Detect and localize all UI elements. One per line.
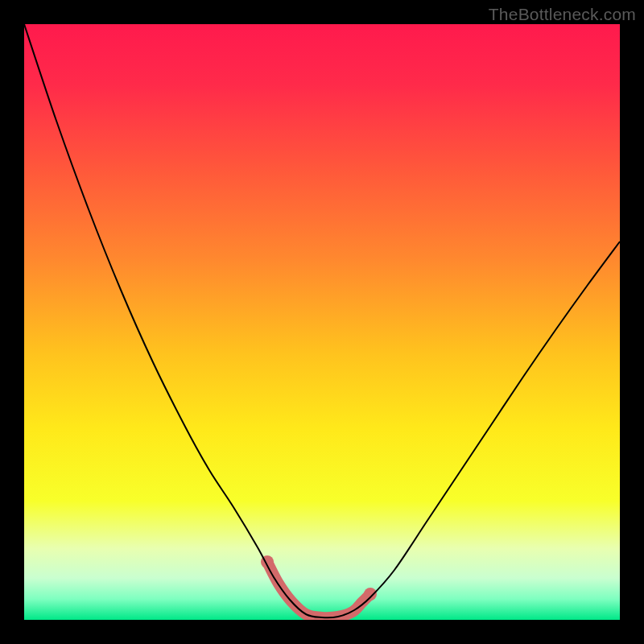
optimal-zone-dot-end [364,588,377,601]
bottleneck-curve [24,24,620,617]
watermark-text: TheBottleneck.com [489,5,636,24]
bottleneck-chart [24,24,620,620]
chart-frame [24,24,620,620]
